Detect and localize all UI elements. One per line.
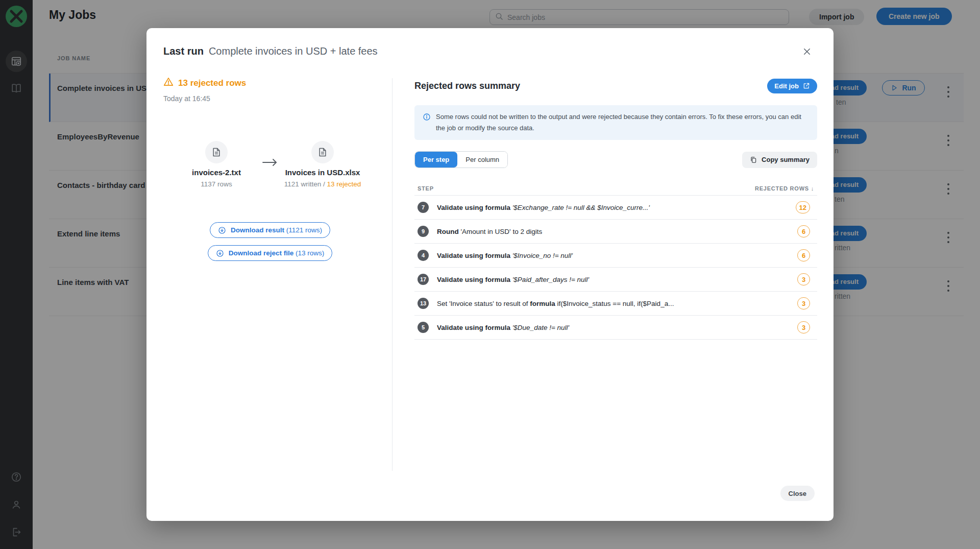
rejected-rows-summary-heading: Rejected rows summary (414, 81, 520, 91)
rejected-rows-panel: Rejected rows summary Edit job Some rows… (414, 78, 817, 340)
step-number-badge: 17 (418, 274, 429, 285)
target-file: Invoices in USD.xlsx 1121 written / 13 r… (266, 141, 379, 188)
rejected-rows-headline: 13 rejected rows (163, 77, 392, 89)
info-banner: Some rows could not be written to the ou… (414, 105, 817, 140)
rejected-count-badge: 3 (797, 297, 810, 309)
step-description-link[interactable]: Set 'Invoice status' to result of formul… (437, 300, 797, 307)
download-icon (216, 249, 224, 257)
step-description-link[interactable]: Validate using formula '$Paid_after_days… (437, 276, 797, 283)
source-file-name: invoices-2.txt (160, 168, 273, 177)
copy-icon (750, 156, 757, 163)
step-row: 5Validate using formula '$Due_date != nu… (414, 316, 817, 340)
source-file-meta: 1137 rows (160, 180, 273, 188)
step-row: 9Round 'Amount in USD' to 2 digits6 (414, 220, 817, 244)
step-number-badge: 13 (418, 298, 429, 309)
file-icon (205, 141, 228, 163)
rejected-rows-column-header[interactable]: REJECTED ROWS ↓ (755, 185, 814, 192)
step-number-badge: 5 (418, 322, 429, 333)
download-reject-file-button[interactable]: Download reject file (13 rows) (208, 245, 333, 261)
rejected-count-text: 13 rejected (327, 180, 361, 188)
close-icon[interactable] (801, 45, 813, 58)
sort-desc-icon: ↓ (811, 185, 814, 192)
modal-title-label: Last run (163, 45, 204, 57)
download-icon (218, 226, 226, 234)
step-number-badge: 4 (418, 250, 429, 261)
step-row: 7Validate using formula '$Exchange_rate … (414, 196, 817, 220)
info-banner-text: Some rows could not be written to the ou… (436, 111, 809, 134)
tab-per-step[interactable]: Per step (415, 152, 457, 168)
rejected-count-badge: 6 (797, 225, 810, 237)
file-icon (311, 141, 334, 163)
target-file-meta: 1121 written / 13 rejected (266, 180, 379, 188)
step-description-link[interactable]: Validate using formula '$Exchange_rate !… (437, 204, 796, 211)
step-row: 4Validate using formula '$Invoice_no != … (414, 244, 817, 268)
modal-title-job-name: Complete invoices in USD + late fees (209, 45, 378, 57)
step-number-badge: 7 (418, 202, 429, 213)
step-description-link[interactable]: Validate using formula '$Invoice_no != n… (437, 252, 797, 259)
rejected-count-badge: 6 (797, 249, 810, 261)
step-column-header: STEP (418, 185, 434, 192)
rejected-count-badge: 3 (797, 321, 810, 333)
tab-per-column[interactable]: Per column (457, 152, 507, 168)
step-row: 13Set 'Invoice status' to result of form… (414, 292, 817, 316)
modal-title: Last runComplete invoices in USD + late … (163, 45, 378, 57)
download-result-button[interactable]: Download result (1121 rows) (210, 222, 330, 238)
edit-job-button[interactable]: Edit job (767, 79, 817, 93)
step-description-link[interactable]: Validate using formula '$Due_date != nul… (437, 324, 797, 331)
rejected-count-badge: 3 (797, 273, 810, 285)
rejected-steps-table: STEP REJECTED ROWS ↓ 7Validate using for… (414, 181, 817, 340)
run-timestamp: Today at 16:45 (163, 94, 392, 103)
source-file: invoices-2.txt 1137 rows (160, 141, 273, 188)
warning-icon (163, 77, 174, 89)
step-description-link[interactable]: Round 'Amount in USD' to 2 digits (437, 228, 797, 235)
view-mode-tabs: Per stepPer column (414, 151, 508, 168)
external-link-icon (803, 82, 810, 89)
run-summary-panel: 13 rejected rows Today at 16:45 invoices… (163, 77, 392, 103)
download-buttons: Download result (1121 rows) Download rej… (163, 222, 377, 261)
step-row: 17Validate using formula '$Paid_after_da… (414, 268, 817, 292)
step-number-badge: 9 (418, 226, 429, 237)
close-button[interactable]: Close (780, 486, 815, 501)
last-run-modal: Last runComplete invoices in USD + late … (146, 28, 834, 521)
panel-divider (392, 78, 393, 471)
target-file-name: Invoices in USD.xlsx (266, 168, 379, 177)
info-icon (423, 113, 431, 134)
rejected-count-badge: 12 (796, 201, 810, 213)
copy-summary-button[interactable]: Copy summary (742, 152, 817, 168)
